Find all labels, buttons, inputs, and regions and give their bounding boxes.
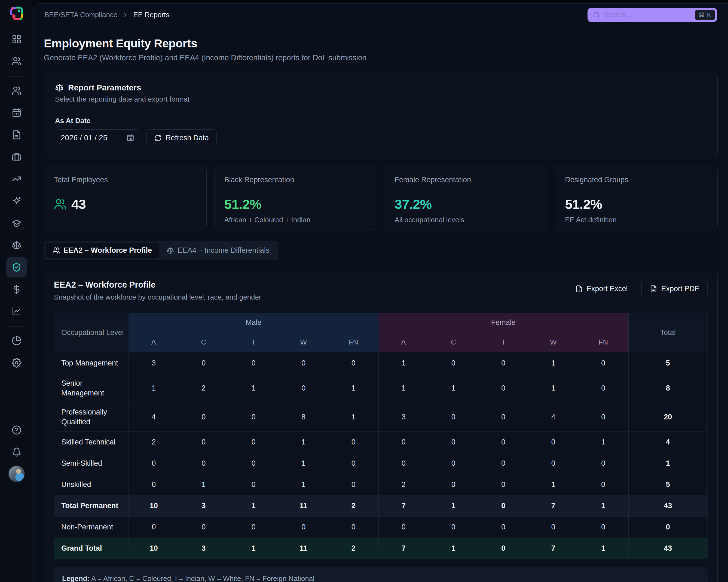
table-row: Grand Total10311127107143 [54, 538, 707, 559]
tab-label: EEA4 – Income Differentials [178, 246, 269, 255]
export-excel-button[interactable]: Export Excel [567, 280, 636, 297]
calendar-icon [127, 134, 134, 142]
cell-value: 1 [379, 352, 428, 374]
sidebar-item-legal[interactable] [6, 235, 27, 255]
cell-value: 1 [528, 474, 578, 495]
cell-value: 2 [329, 538, 379, 559]
cell-value: 0 [179, 431, 229, 453]
tab-eea4-income-differentials[interactable]: EEA4 – Income Differentials [160, 243, 276, 258]
row-total: 4 [628, 431, 707, 453]
export-pdf-button[interactable]: Export PDF [642, 280, 708, 297]
search-shortcut-badge: ⌘ K [695, 10, 715, 20]
users-icon [12, 86, 22, 96]
row-label: Non-Permanent [54, 516, 129, 538]
stat-label: Total Employees [54, 176, 197, 184]
cell-value: 0 [578, 403, 628, 431]
cell-value: 0 [329, 516, 379, 538]
eea2-report-card: EEA2 – Workforce Profile Snapshot of the… [44, 270, 718, 582]
breadcrumb-current: EE Reports [133, 10, 170, 19]
cell-value: 0 [428, 352, 478, 374]
calendar-icon [12, 108, 22, 118]
scale-icon [166, 247, 174, 254]
breadcrumb: BEE/SETA Compliance EE Reports [44, 10, 170, 19]
sidebar-item-analytics[interactable] [6, 301, 27, 322]
cell-value: 1 [379, 374, 428, 403]
sidebar-item-documents[interactable] [6, 124, 27, 145]
tab-eea2-workforce-profile[interactable]: EEA2 – Workforce Profile [46, 243, 159, 258]
table-row: Senior Management12101110108 [54, 374, 707, 403]
cell-value: 0 [329, 453, 379, 474]
cell-value: 1 [528, 352, 578, 374]
cell-value: 0 [179, 453, 229, 474]
cell-value: 0 [478, 453, 528, 474]
cell-value: 0 [578, 352, 628, 374]
cell-value: 2 [379, 474, 428, 495]
stat-card-female-representation: Female Representation 37.2% All occupati… [385, 166, 547, 230]
cell-value: 0 [478, 374, 528, 403]
subcol-male-i: I [229, 332, 279, 352]
workforce-profile-table: Occupational Level Male Female Total A C… [54, 313, 708, 559]
row-total: 43 [628, 538, 707, 559]
subcol-male-a: A [129, 332, 179, 352]
cell-value: 0 [229, 453, 279, 474]
sidebar-item-settings[interactable] [6, 352, 27, 373]
sidebar-item-reports[interactable] [6, 330, 27, 351]
report-tabs: EEA2 – Workforce Profile EEA4 – Income D… [44, 241, 278, 260]
legend-label: Legend: [62, 574, 89, 582]
tab-label: EEA2 – Workforce Profile [63, 246, 152, 255]
search-placeholder: Search... [604, 11, 691, 19]
sidebar-item-payroll[interactable] [6, 279, 27, 300]
cell-value: 0 [578, 453, 628, 474]
sidebar-item-employees[interactable] [6, 80, 27, 101]
stats-row: Total Employees 43 Black Representation … [44, 166, 718, 230]
cell-value: 0 [478, 495, 528, 516]
sidebar-item-dashboard[interactable] [6, 29, 27, 50]
cell-value: 8 [279, 403, 329, 431]
sidebar-item-ai[interactable] [6, 191, 27, 211]
sidebar-item-briefcase[interactable] [6, 147, 27, 167]
sidebar-item-compliance-active[interactable] [6, 257, 27, 278]
trending-up-icon [12, 174, 22, 184]
cell-value: 4 [129, 403, 179, 431]
stat-value: 51.2% [224, 197, 261, 212]
refresh-data-button[interactable]: Refresh Data [147, 129, 217, 146]
sidebar-item-performance[interactable] [6, 169, 27, 189]
cell-value: 0 [129, 516, 179, 538]
cell-value: 0 [578, 516, 628, 538]
sidebar-item-team[interactable] [6, 51, 27, 72]
page-content: Employment Equity Reports Generate EEA2 … [33, 26, 728, 582]
stat-label: Female Representation [395, 176, 538, 184]
row-total: 5 [628, 352, 707, 374]
as-at-date-input[interactable]: 2026 / 01 / 25 [55, 129, 140, 146]
breadcrumb-parent[interactable]: BEE/SETA Compliance [44, 10, 118, 19]
sidebar-item-help[interactable] [6, 420, 27, 440]
report-parameters-card: Report Parameters Select the reporting d… [44, 72, 718, 157]
user-avatar[interactable] [8, 465, 25, 482]
dollar-icon [12, 284, 22, 294]
sidebar-item-calendar[interactable] [6, 102, 27, 123]
stat-subtext: EE Act definition [565, 216, 708, 224]
cell-value: 1 [329, 403, 379, 431]
cell-value: 0 [428, 431, 478, 453]
sidebar-item-training[interactable] [6, 213, 27, 233]
sidebar-item-notifications[interactable] [6, 442, 27, 462]
gear-icon [12, 358, 22, 368]
export-buttons: Export Excel Export PDF [567, 280, 708, 297]
cell-value: 11 [279, 538, 329, 559]
cell-value: 7 [379, 538, 428, 559]
cell-value: 0 [279, 516, 329, 538]
row-label: Senior Management [54, 374, 129, 403]
cell-value: 0 [428, 474, 478, 495]
search-input[interactable]: Search... ⌘ K [588, 8, 717, 22]
report-card-subtitle: Snapshot of the workforce by occupationa… [54, 293, 261, 302]
report-parameters-controls: 2026 / 01 / 25 Refresh Data [55, 129, 706, 146]
cell-value: 0 [179, 516, 229, 538]
cell-value: 0 [379, 431, 428, 453]
refresh-icon [154, 134, 162, 142]
row-total: 1 [628, 453, 707, 474]
page-title: Employment Equity Reports [44, 37, 718, 50]
legend-text: A = African, C = Coloured, I = Indian, W… [89, 574, 314, 582]
table-group-header-row: Occupational Level Male Female Total [54, 313, 707, 332]
cell-value: 0 [428, 516, 478, 538]
subcol-male-c: C [179, 332, 229, 352]
